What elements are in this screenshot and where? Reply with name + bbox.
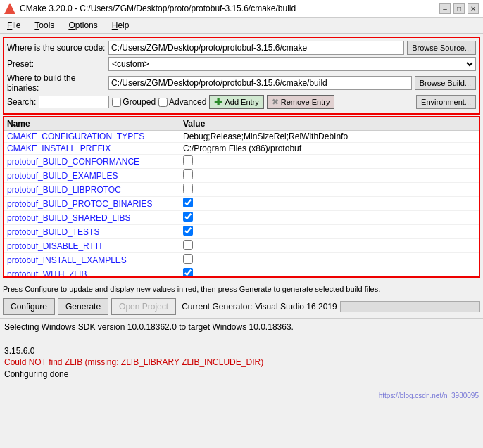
table-row: protobuf_INSTALL_EXAMPLES bbox=[4, 253, 479, 267]
menu-help[interactable]: Help bbox=[108, 19, 134, 32]
top-form: Where is the source code: Browse Source.… bbox=[3, 37, 480, 115]
source-label: Where is the source code: bbox=[7, 43, 106, 53]
advanced-label: Advanced bbox=[169, 97, 206, 107]
table-cell-name[interactable]: protobuf_BUILD_PROTOC_BINARIES bbox=[7, 199, 183, 209]
maximize-button[interactable]: □ bbox=[453, 3, 465, 14]
environment-button[interactable]: Environment... bbox=[416, 95, 476, 109]
configure-button[interactable]: Configure bbox=[3, 298, 55, 315]
minimize-button[interactable]: – bbox=[439, 3, 451, 14]
log-line: 3.15.6.0 bbox=[4, 345, 479, 357]
source-input[interactable] bbox=[108, 41, 404, 55]
log-area: Selecting Windows SDK version 10.0.18362… bbox=[0, 318, 483, 402]
table-cell-name[interactable]: protobuf_WITH_ZLIB bbox=[7, 269, 183, 279]
table-cell-name[interactable]: protobuf_BUILD_EXAMPLES bbox=[7, 171, 183, 181]
table-cell-value: Debug;Release;MinSizeRel;RelWithDebInfo bbox=[183, 132, 476, 141]
table-row: protobuf_BUILD_CONFORMANCE bbox=[4, 155, 479, 169]
table-row-checkbox[interactable] bbox=[183, 184, 193, 193]
title-text: CMake 3.20.0 - C:/Users/ZGM/Desktop/prot… bbox=[20, 4, 435, 13]
menu-file[interactable]: File bbox=[3, 19, 25, 32]
menu-options[interactable]: Options bbox=[64, 19, 101, 32]
table-cell-name[interactable]: protobuf_BUILD_SHARED_LIBS bbox=[7, 213, 183, 223]
table-cell-value bbox=[183, 155, 476, 167]
progress-bar bbox=[340, 301, 480, 312]
status-bar: Press Configure to update and display ne… bbox=[0, 283, 483, 295]
header-name: Name bbox=[7, 119, 183, 129]
close-button[interactable]: ✕ bbox=[468, 3, 479, 14]
search-row: Search: Grouped Advanced ✚ Add Entry ✖ R… bbox=[7, 95, 476, 109]
browse-source-button[interactable]: Browse Source... bbox=[407, 41, 476, 55]
main-area: Where is the source code: Browse Source.… bbox=[0, 34, 483, 283]
table-row: protobuf_DISABLE_RTTI bbox=[4, 239, 479, 253]
table-cell-value bbox=[183, 240, 476, 252]
grouped-checkbox-label[interactable]: Grouped bbox=[112, 97, 156, 107]
table-cell-value bbox=[183, 254, 476, 266]
table-header: Name Value bbox=[4, 117, 479, 131]
table-row-checkbox[interactable] bbox=[183, 268, 193, 278]
grouped-label: Grouped bbox=[123, 97, 156, 107]
build-label: Where to build the binaries: bbox=[7, 73, 106, 93]
table-body: CMAKE_CONFIGURATION_TYPESDebug;Release;M… bbox=[4, 131, 479, 278]
remove-entry-button[interactable]: ✖ Remove Entry bbox=[267, 95, 335, 109]
log-line: Could NOT find ZLIB (missing: ZLIB_LIBRA… bbox=[4, 357, 479, 369]
log-line bbox=[4, 333, 479, 345]
table-row-checkbox[interactable] bbox=[183, 226, 193, 236]
table-cell-value bbox=[183, 184, 476, 196]
preset-select[interactable]: <custom> bbox=[108, 57, 476, 71]
plus-icon: ✚ bbox=[214, 96, 222, 108]
status-text: Press Configure to update and display ne… bbox=[3, 285, 380, 293]
table-cell-value bbox=[183, 169, 476, 181]
search-input[interactable] bbox=[39, 96, 109, 108]
table-row: protobuf_BUILD_SHARED_LIBS bbox=[4, 211, 479, 225]
x-icon: ✖ bbox=[272, 97, 279, 107]
window-controls: – □ ✕ bbox=[439, 3, 479, 14]
table-row-checkbox[interactable] bbox=[183, 254, 193, 264]
table-row: CMAKE_CONFIGURATION_TYPESDebug;Release;M… bbox=[4, 131, 479, 143]
table-row: protobuf_BUILD_EXAMPLES bbox=[4, 169, 479, 183]
menu-tools[interactable]: Tools bbox=[30, 19, 58, 32]
table-cell-name[interactable]: CMAKE_CONFIGURATION_TYPES bbox=[7, 132, 183, 141]
preset-label: Preset: bbox=[7, 59, 106, 69]
table-area: Name Value CMAKE_CONFIGURATION_TYPESDebu… bbox=[3, 116, 480, 278]
table-row-checkbox[interactable] bbox=[183, 198, 193, 207]
table-cell-name[interactable]: protobuf_BUILD_CONFORMANCE bbox=[7, 157, 183, 167]
table-row: CMAKE_INSTALL_PREFIXC:/Program Files (x8… bbox=[4, 143, 479, 155]
table-cell-value bbox=[183, 226, 476, 238]
source-row: Where is the source code: Browse Source.… bbox=[7, 41, 476, 55]
table-cell-value bbox=[183, 268, 476, 278]
advanced-checkbox-label[interactable]: Advanced bbox=[158, 97, 206, 107]
search-label: Search: bbox=[7, 97, 36, 107]
log-line: Selecting Windows SDK version 10.0.18362… bbox=[4, 321, 479, 333]
table-cell-name[interactable]: CMAKE_INSTALL_PREFIX bbox=[7, 143, 183, 153]
table-cell-name[interactable]: protobuf_INSTALL_EXAMPLES bbox=[7, 255, 183, 265]
open-project-button[interactable]: Open Project bbox=[111, 298, 176, 315]
build-input[interactable] bbox=[108, 76, 412, 90]
table-cell-value bbox=[183, 198, 476, 210]
generator-text: Current Generator: Visual Studio 16 2019 bbox=[182, 302, 337, 312]
app-icon bbox=[4, 3, 15, 14]
build-row: Where to build the binaries: Browse Buil… bbox=[7, 73, 476, 93]
browse-build-button[interactable]: Browse Build... bbox=[415, 76, 476, 90]
table-row: protobuf_BUILD_LIBPROTOC bbox=[4, 183, 479, 197]
button-row: Configure Generate Open Project Current … bbox=[0, 295, 483, 318]
table-cell-name[interactable]: protobuf_BUILD_TESTS bbox=[7, 227, 183, 237]
table-row-checkbox[interactable] bbox=[183, 169, 193, 179]
add-entry-label: Add Entry bbox=[225, 98, 258, 106]
generate-button[interactable]: Generate bbox=[58, 298, 108, 315]
table-cell-name[interactable]: protobuf_BUILD_LIBPROTOC bbox=[7, 185, 183, 195]
log-line: Configuring done bbox=[4, 369, 479, 380]
table-row-checkbox[interactable] bbox=[183, 212, 193, 222]
table-cell-value: C:/Program Files (x86)/protobuf bbox=[183, 143, 476, 153]
table-row-checkbox[interactable] bbox=[183, 155, 193, 165]
table-row-checkbox[interactable] bbox=[183, 240, 193, 250]
watermark: https://blog.csdn.net/n_3980095 bbox=[379, 392, 479, 399]
add-entry-button[interactable]: ✚ Add Entry bbox=[209, 95, 263, 109]
table-row: protobuf_WITH_ZLIB bbox=[4, 267, 479, 278]
grouped-checkbox[interactable] bbox=[112, 98, 121, 107]
table-row: protobuf_BUILD_TESTS bbox=[4, 225, 479, 239]
table-row: protobuf_BUILD_PROTOC_BINARIES bbox=[4, 197, 479, 211]
preset-row: Preset: <custom> bbox=[7, 57, 476, 71]
advanced-checkbox[interactable] bbox=[158, 98, 168, 107]
title-bar: CMake 3.20.0 - C:/Users/ZGM/Desktop/prot… bbox=[0, 0, 483, 18]
remove-entry-label: Remove Entry bbox=[281, 98, 330, 106]
table-cell-name[interactable]: protobuf_DISABLE_RTTI bbox=[7, 241, 183, 251]
